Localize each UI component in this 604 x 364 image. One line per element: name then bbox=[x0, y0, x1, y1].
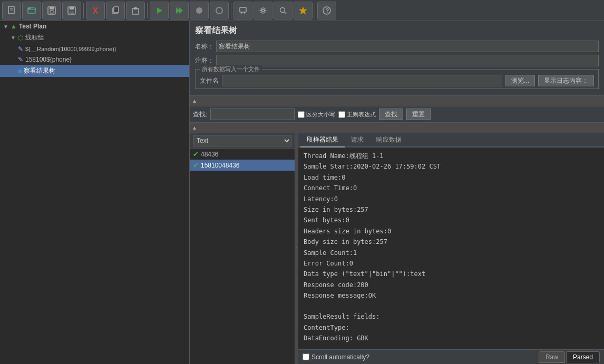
tree-icon-random-func: ✎ bbox=[18, 45, 23, 53]
tabs-row: 取样器结果 请求 响应数据 bbox=[298, 133, 604, 147]
result-list: ✔ 48436 ✔ 15810048436 bbox=[190, 149, 295, 364]
search-input[interactable] bbox=[210, 109, 295, 120]
cut-button[interactable] bbox=[86, 2, 105, 19]
tree-item-random-func[interactable]: ✎ ${__Random(10000,99999,phone)} bbox=[0, 44, 189, 54]
regex-label[interactable]: 正则表达式 bbox=[338, 111, 376, 119]
bottom-tab-raw[interactable]: Raw bbox=[539, 351, 565, 363]
toolbar: AS ? bbox=[0, 0, 604, 21]
svg-point-27 bbox=[262, 9, 265, 12]
result-item-48436[interactable]: ✔ 48436 bbox=[190, 149, 295, 160]
svg-rect-14 bbox=[114, 7, 119, 13]
run-button[interactable] bbox=[150, 2, 169, 19]
svg-rect-7 bbox=[50, 11, 53, 13]
bottom-tab-parsed[interactable]: Parsed bbox=[566, 351, 600, 363]
tree-icon-test-plan: ▲ bbox=[11, 23, 17, 30]
scroll-auto-text: Scroll automatically? bbox=[311, 353, 369, 361]
tree-item-result-tree[interactable]: ■ 察看结果树 bbox=[0, 65, 189, 77]
highlight-button[interactable] bbox=[294, 2, 313, 19]
paste-button[interactable] bbox=[126, 2, 145, 19]
detail-line-sampleresult: SampleResult fields: bbox=[304, 311, 599, 322]
list-header: Text JSON XML HTML bbox=[190, 133, 295, 149]
save-as-button[interactable]: AS bbox=[62, 2, 81, 19]
svg-rect-9 bbox=[70, 7, 74, 9]
new-file-button[interactable] bbox=[2, 2, 21, 19]
comment-label: 注释： bbox=[195, 56, 216, 65]
detail-line-thread-name: Thread Name:线程组 1-1 bbox=[304, 151, 599, 161]
svg-point-28 bbox=[280, 7, 285, 12]
stop-button[interactable] bbox=[190, 2, 209, 19]
copy-button[interactable] bbox=[106, 2, 125, 19]
tab-response-data[interactable]: 响应数据 bbox=[370, 133, 408, 147]
svg-rect-6 bbox=[50, 7, 54, 9]
detail-line-error-count: Error Count:0 bbox=[304, 258, 599, 269]
detail-line-latency: Latency:0 bbox=[304, 194, 599, 204]
detail-line-connect-time: Connect Time:0 bbox=[304, 183, 599, 193]
case-sensitive-checkbox[interactable] bbox=[298, 111, 305, 118]
tab-sampler-result[interactable]: 取样器结果 bbox=[300, 133, 345, 147]
clear-button[interactable] bbox=[210, 2, 229, 19]
detail-line-empty-2 bbox=[304, 306, 599, 311]
svg-marker-18 bbox=[176, 7, 180, 14]
detail-line-response-code: Response code:200 bbox=[304, 280, 599, 290]
tree-icon-phone-var: ✎ bbox=[18, 56, 23, 63]
scroll-auto-checkbox[interactable] bbox=[303, 353, 309, 360]
save-button[interactable] bbox=[42, 2, 61, 19]
tree-label-test-plan: Test Plan bbox=[19, 23, 46, 30]
svg-marker-30 bbox=[299, 7, 307, 14]
comment-row: 注释： bbox=[195, 55, 599, 66]
file-label: 文件名 bbox=[200, 76, 219, 85]
svg-rect-22 bbox=[240, 7, 246, 12]
svg-marker-17 bbox=[157, 7, 162, 14]
file-input[interactable] bbox=[222, 75, 502, 86]
tree-item-phone-var[interactable]: ✎ 158100${phone} bbox=[0, 54, 189, 65]
tab-request[interactable]: 请求 bbox=[345, 133, 370, 147]
name-label: 名称： bbox=[195, 42, 216, 51]
settings-button[interactable] bbox=[254, 2, 272, 19]
result-label-48436: 48436 bbox=[201, 151, 218, 158]
scroll-auto-label[interactable]: Scroll automatically? bbox=[303, 353, 369, 361]
search-execute-button[interactable]: 查找 bbox=[379, 109, 403, 120]
svg-marker-19 bbox=[179, 7, 183, 14]
help-button[interactable]: ? bbox=[317, 2, 336, 19]
browse-button[interactable]: 浏览... bbox=[505, 75, 535, 86]
open-button[interactable] bbox=[22, 2, 41, 19]
bottom-bar: Scroll automatically? Raw Parsed bbox=[298, 349, 604, 364]
toolbar-sep-2 bbox=[147, 3, 148, 18]
comment-input[interactable] bbox=[216, 55, 599, 66]
tree-label-phone-var: 158100${phone} bbox=[25, 56, 72, 63]
arrow-row-1: ▲ bbox=[190, 96, 604, 106]
detail-line-data-type: Data type ("text"|"bin"|""):text bbox=[304, 269, 599, 279]
section-label: 所有数据写入一个文件 bbox=[200, 65, 262, 73]
panel-title: 察看结果树 bbox=[195, 25, 599, 36]
svg-point-20 bbox=[196, 7, 202, 14]
case-sensitive-label[interactable]: 区分大小写 bbox=[298, 111, 335, 119]
tree-arrow-thread-group: ▼ bbox=[11, 35, 16, 41]
remote-button[interactable] bbox=[233, 2, 252, 19]
tree-item-thread-group[interactable]: ▼ ⬡ 线程组 bbox=[0, 32, 189, 44]
tree-item-test-plan[interactable]: ▼ ▲ Test Plan bbox=[0, 21, 189, 32]
result-item-15810048436[interactable]: ✔ 15810048436 bbox=[190, 160, 295, 171]
tree-label-thread-group: 线程组 bbox=[25, 33, 44, 42]
detail-line-sample-start: Sample Start:2020-02-26 17:59:02 CST bbox=[304, 161, 599, 172]
tree-label-random-func: ${__Random(10000,99999,phone)} bbox=[25, 46, 116, 52]
log-button[interactable]: 显示日志内容： bbox=[538, 75, 594, 86]
detail-line-contenttype: ContentType: bbox=[304, 322, 599, 333]
reset-button[interactable]: 重置 bbox=[406, 109, 431, 120]
search-button[interactable] bbox=[274, 2, 293, 19]
form-area: 察看结果树 名称： 注释： 所有数据写入一个文件 文件名 浏览... 显示日志内… bbox=[190, 21, 604, 96]
detail-line-sent-bytes: Sent bytes:0 bbox=[304, 215, 599, 225]
run-current-button[interactable] bbox=[170, 2, 189, 19]
tree-label-result-tree: 察看结果树 bbox=[24, 66, 55, 75]
detail-line-load-time: Load time:0 bbox=[304, 172, 599, 183]
detail-line-headers-size: Headers size in bytes:0 bbox=[304, 226, 599, 237]
success-icon-15810048436: ✔ bbox=[193, 161, 199, 169]
collapse-arrow-1[interactable]: ▲ bbox=[192, 98, 197, 104]
text-type-select[interactable]: Text JSON XML HTML bbox=[193, 135, 291, 146]
collapse-arrow-2[interactable]: ▲ bbox=[192, 125, 197, 131]
name-input[interactable] bbox=[216, 41, 599, 52]
search-label: 查找: bbox=[193, 110, 207, 119]
main-layout: ▼ ▲ Test Plan ▼ ⬡ 线程组 ✎ ${__Random(10000… bbox=[0, 21, 604, 364]
regex-checkbox[interactable] bbox=[338, 111, 345, 118]
detail-panel: 取样器结果 请求 响应数据 Thread Name:线程组 1-1 Sample… bbox=[298, 133, 604, 364]
svg-line-29 bbox=[285, 12, 287, 14]
